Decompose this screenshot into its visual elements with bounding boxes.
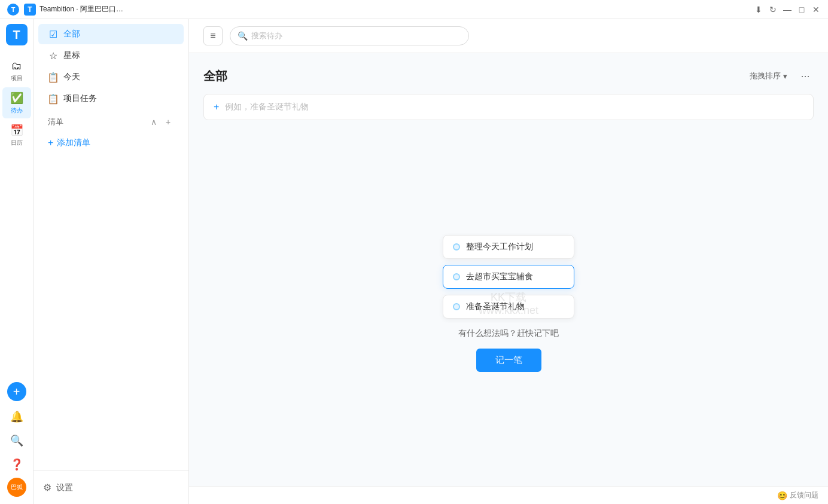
content-actions: 拖拽排序 ▾ ··· [745,68,814,84]
cta-prompt: 有什么想法吗？赶快记下吧 [458,328,559,339]
suggestion-text-1: 整理今天工作计划 [466,242,533,252]
search-placeholder: 搜索待办 [251,30,282,41]
search-icon[interactable]: 🔍 [6,430,28,451]
suggestion-text-2: 去超市买宝宝辅食 [466,271,533,282]
add-list-plus-icon: + [48,138,53,148]
add-list-item[interactable]: + 添加清单 [38,134,184,152]
add-button[interactable]: + [7,382,26,401]
nav-label-project: 项目 [11,74,23,83]
add-task-placeholder: 例如，准备圣诞节礼物 [225,102,309,112]
titlebar: T T Teambition · 阿里巴巴口… ⬇ ↻ — □ ✕ [0,0,828,19]
settings-label: 设置 [56,482,73,493]
sidebar-item-starred[interactable]: ☆ 星标 [38,45,184,66]
content-area: ≡ 🔍 搜索待办 全部 拖拽排序 ▾ ··· [189,19,828,504]
feedback-button[interactable]: 😊 反馈问题 [777,490,818,500]
star-icon: ☆ [48,50,59,61]
add-task-input[interactable]: + 例如，准备圣诞节礼物 [203,94,814,120]
app-logo: T [6,24,28,45]
sidebar-item-all[interactable]: ☑ 全部 [38,24,184,44]
download-icon[interactable]: ⬇ [754,5,763,14]
add-task-plus-icon: + [214,102,219,112]
nav-item-calendar[interactable]: 📅 日历 [2,120,31,151]
sidebar-section-list: 清单 ∧ + [38,111,184,133]
sidebar-section-actions: ∧ + [148,116,174,128]
feedback-label: 反馈问题 [790,490,818,500]
nav-item-project[interactable]: 🗂 项目 [2,55,31,86]
maximize-button[interactable]: □ [797,5,806,14]
refresh-icon[interactable]: ↻ [768,5,778,14]
card-dot-3 [453,303,460,310]
settings-item[interactable]: ⚙ 设置 [43,478,179,497]
sort-button[interactable]: 拖拽排序 ▾ [745,68,792,84]
titlebar-title: Teambition · 阿里巴巴口… [39,4,754,14]
left-nav: T 🗂 项目 ✅ 待办 📅 日历 + 🔔 🔍 ❓ 巴狐 [0,19,34,504]
sidebar-item-today[interactable]: 📋 今天 [38,67,184,87]
today-icon: 📋 [48,72,59,83]
sort-chevron-icon: ▾ [783,72,787,81]
nav-bottom: + 🔔 🔍 ❓ 巴狐 [6,382,28,504]
minimize-button[interactable]: — [783,5,792,14]
titlebar-appicon: T [24,4,36,16]
suggestion-card-3[interactable]: 准备圣诞节礼物 [443,295,574,319]
card-dot-1 [453,243,460,251]
sidebar: ☑ 全部 ☆ 星标 📋 今天 📋 项目任务 清单 ∧ + [34,19,189,504]
sidebar-label-starred: 星标 [63,50,80,61]
sidebar-list: ☑ 全部 ☆ 星标 📋 今天 📋 项目任务 清单 ∧ + [34,19,188,471]
calendar-icon: 📅 [10,123,24,138]
sidebar-footer: ⚙ 设置 [34,471,188,504]
sidebar-item-project-tasks[interactable]: 📋 项目任务 [38,88,184,109]
cta-button[interactable]: 记一笔 [476,349,541,372]
add-list-label: 添加清单 [57,138,90,148]
empty-state: 整理今天工作计划 去超市买宝宝辅食 准备圣诞节礼物 KK下载 www.kkx.n… [203,135,814,472]
project-icon: 🗂 [10,59,24,73]
titlebar-logo: T [7,4,19,16]
notification-icon[interactable]: 🔔 [6,406,28,427]
close-button[interactable]: ✕ [811,5,821,14]
card-dot-2 [453,273,460,280]
all-icon: ☑ [48,29,59,39]
nav-item-todo[interactable]: ✅ 待办 [2,87,31,118]
titlebar-controls: ⬇ ↻ — □ ✕ [754,5,821,14]
filter-icon: ≡ [210,30,215,41]
collapse-lists-button[interactable]: ∧ [148,116,160,128]
nav-label-todo: 待办 [11,106,23,115]
add-list-button[interactable]: + [162,116,174,128]
content-title-row: 全部 拖拽排序 ▾ ··· [203,68,814,84]
avatar-text: 巴狐 [11,483,23,491]
suggestion-card-1[interactable]: 整理今天工作计划 [443,235,574,259]
suggestion-card-2[interactable]: 去超市买宝宝辅食 [443,265,574,289]
sort-label: 拖拽排序 [750,71,781,81]
main-container: T 🗂 项目 ✅ 待办 📅 日历 + 🔔 🔍 ❓ 巴狐 ☑ 全 [0,19,828,504]
sidebar-label-project-tasks: 项目任务 [63,93,97,104]
feedback-bar: 😊 反馈问题 [189,486,828,504]
avatar[interactable]: 巴狐 [7,478,26,497]
feedback-emoji-icon: 😊 [777,491,787,500]
content-body: 全部 拖拽排序 ▾ ··· + 例如，准备圣诞节礼物 [189,53,828,486]
suggestion-text-3: 准备圣诞节礼物 [466,301,525,312]
more-options-button[interactable]: ··· [797,68,814,84]
help-icon[interactable]: ❓ [6,454,28,475]
content-header: ≡ 🔍 搜索待办 [189,19,828,53]
filter-button[interactable]: ≡ [203,26,223,45]
search-icon: 🔍 [238,31,248,41]
suggestion-cards: 整理今天工作计划 去超市买宝宝辅食 准备圣诞节礼物 [443,235,574,319]
nav-label-calendar: 日历 [11,139,23,147]
content-title: 全部 [203,68,227,84]
settings-icon: ⚙ [43,482,51,493]
sidebar-label-today: 今天 [63,72,80,83]
sidebar-label-all: 全部 [63,29,80,39]
sidebar-section-label: 清单 [48,117,148,127]
todo-icon: ✅ [10,91,24,105]
project-tasks-icon: 📋 [48,93,59,104]
search-bar[interactable]: 🔍 搜索待办 [230,26,469,45]
